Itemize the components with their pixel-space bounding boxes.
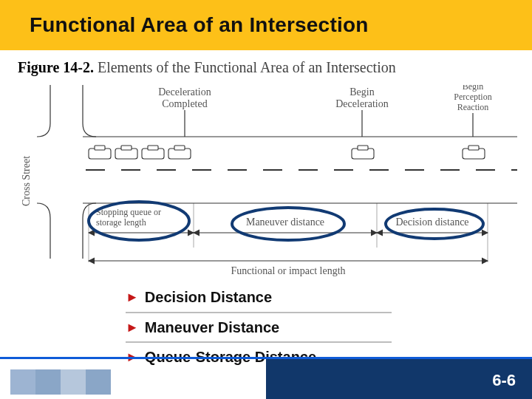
cross-street-label: Cross Street xyxy=(21,156,32,206)
svg-rect-3 xyxy=(121,146,132,150)
callout-begin-pr-1: Begin xyxy=(463,85,484,92)
figure-caption: Figure 14-2. Elements of the Functional … xyxy=(18,59,396,76)
page-number: 6-6 xyxy=(492,371,516,390)
color-block xyxy=(61,369,86,395)
callout-decel-completed-1: Deceleration xyxy=(158,86,211,98)
list-item: ► Decision Distance xyxy=(126,282,392,312)
car-icon xyxy=(89,146,111,159)
svg-rect-9 xyxy=(358,146,368,150)
bullet-text: Maneuver Distance xyxy=(145,319,279,336)
title-band: Functional Area of an Intersection xyxy=(0,0,532,50)
callout-decel-completed-2: Completed xyxy=(162,98,207,109)
svg-rect-5 xyxy=(148,146,158,150)
car-icon xyxy=(168,146,191,159)
bullet-text: Decision Distance xyxy=(145,289,272,306)
svg-rect-7 xyxy=(174,146,185,150)
figure-number: Figure 14-2. xyxy=(18,59,94,75)
segment-maneuver-label: Maneuver distance xyxy=(246,216,324,228)
color-block xyxy=(35,369,61,395)
functional-area-diagram: Cross Street Deceleration Completed Begi… xyxy=(15,85,517,277)
triangle-icon: ► xyxy=(126,321,139,334)
diagram-svg: Cross Street Deceleration Completed Begi… xyxy=(15,85,517,277)
cross-corner-ul xyxy=(37,123,50,137)
footer-color-blocks xyxy=(10,369,111,395)
color-block xyxy=(10,369,35,395)
callout-begin-decel-1: Begin xyxy=(349,86,374,98)
callout-begin-pr-3: Reaction xyxy=(457,102,489,112)
car-icon xyxy=(352,146,374,159)
svg-rect-1 xyxy=(95,146,105,150)
figure-caption-text: Elements of the Functional Area of an In… xyxy=(98,59,396,75)
segment-stopping-l1: Stopping queue or xyxy=(96,207,161,217)
car-icon xyxy=(463,146,485,159)
callout-begin-decel-2: Deceleration xyxy=(335,98,389,109)
callout-begin-pr-2: Perception xyxy=(454,92,491,102)
slide-title: Functional Area of an Intersection xyxy=(30,13,369,37)
car-icon xyxy=(142,146,164,159)
segment-stopping-l2: storage length xyxy=(96,217,146,228)
cross-corner-ll xyxy=(37,203,50,218)
slide: Functional Area of an Intersection Figur… xyxy=(0,0,532,399)
triangle-icon: ► xyxy=(126,290,139,304)
segment-decision-label: Decision distance xyxy=(395,216,468,228)
list-item: ► Maneuver Distance xyxy=(126,312,392,341)
functional-length-label: Functional or impact length xyxy=(231,265,345,276)
color-block xyxy=(86,369,111,395)
car-icon xyxy=(115,146,137,159)
svg-rect-11 xyxy=(468,146,479,150)
cross-corner-ur xyxy=(83,123,96,137)
